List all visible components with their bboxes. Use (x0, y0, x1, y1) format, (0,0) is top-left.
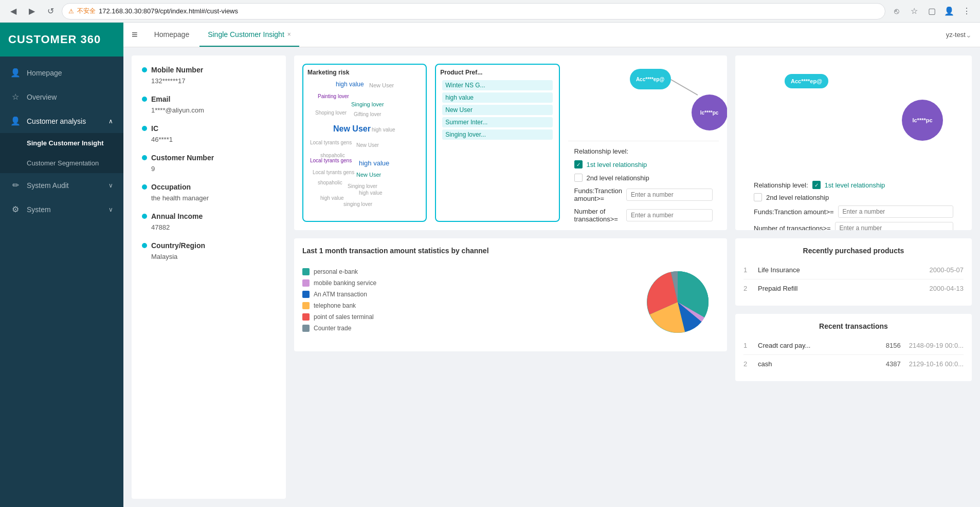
product-list: Winter NS G... high value New User Summe… (440, 78, 554, 142)
address-bar[interactable]: ⚠ 不安全 172.168.30.30:8079/cpt/index.html#… (62, 3, 885, 20)
country-value: Malaysia (142, 253, 276, 260)
product-item-4: Summer Inter... (442, 117, 552, 127)
sidebar-item-system-audit[interactable]: ✏ System Audit ∨ (0, 173, 123, 197)
email-value: 1****@aliyun.com (142, 106, 276, 114)
product-date-1: 2000-05-07 (930, 266, 964, 274)
transactions-input[interactable] (626, 209, 713, 221)
occupation-item: Occupation the health manager (142, 183, 276, 202)
annual-income-label: Annual Income (151, 212, 203, 220)
overview-icon: ☆ (10, 92, 21, 102)
legend-dot-5 (302, 313, 310, 321)
mobile-number-value: 132******17 (142, 77, 276, 85)
email-item: Email 1****@aliyun.com (142, 95, 276, 114)
relationship-section: Acc****ep@ lc****pc Relationship level: (568, 64, 719, 222)
wc-item: Local tyrants gens (310, 158, 352, 163)
sidebar-label-system: System (27, 205, 51, 214)
tab-close-icon[interactable]: × (287, 31, 291, 38)
graph-node-acc-top: Acc****ep@ (785, 74, 828, 88)
wc-item: shopaholic (318, 180, 342, 185)
product-date-2: 2000-04-13 (930, 285, 964, 292)
wc-item: Painting lover (318, 93, 349, 99)
second-level-checkbox[interactable] (574, 174, 583, 182)
profile-button[interactable]: 👤 (942, 4, 956, 18)
mobile-dot (142, 67, 147, 72)
sidebar-item-segmentation[interactable]: Customer Segmentation (0, 153, 123, 173)
legend-label-5: point of sales terminal (314, 313, 374, 321)
sidebar-item-overview[interactable]: ☆ Overview (0, 85, 123, 109)
transactions-row: Number of transactions>= (574, 208, 713, 223)
transactions-input-top[interactable] (835, 222, 953, 230)
rel-level-text: Relationship level: (574, 147, 629, 155)
product-item-2: high value (442, 92, 552, 103)
annual-income-dot (142, 214, 147, 219)
chart-legend: personal e-bank mobile banking service A… (302, 268, 628, 336)
occupation-label: Occupation (151, 183, 191, 191)
graph-line (670, 79, 698, 96)
annual-income-item: Annual Income 47882 (142, 212, 276, 231)
email-dot (142, 97, 147, 102)
chevron-right-icon-system: ∨ (108, 206, 113, 213)
checkbox-2nd[interactable] (754, 193, 762, 201)
wc-item: Singing lover (348, 183, 377, 189)
funds-input-top[interactable] (838, 205, 953, 218)
transaction-amount-2: 4387 (886, 360, 901, 368)
wc-item: singing lover (343, 201, 372, 207)
back-button[interactable]: ◀ (6, 4, 21, 18)
marketing-risk-section: Marketing risk high value New User Paint… (302, 64, 427, 222)
center-panels: Marketing risk high value New User Paint… (286, 55, 735, 499)
transaction-date-2: 2129-10-16 00:0... (909, 360, 964, 368)
pie-chart (637, 261, 719, 343)
legend-label-2: mobile banking service (314, 279, 376, 287)
relationship-graph: Acc****ep@ lc****pc (568, 64, 719, 141)
right-top-panel: Acc****ep@ lc****pc Relationship level: … (735, 55, 972, 230)
wc-item: New User (369, 82, 394, 88)
email-label: Email (151, 95, 170, 103)
customer-number-label: Customer Number (151, 154, 214, 162)
chevron-right-icon: ∨ (108, 182, 113, 189)
second-level-row-top: 2nd level relationship (754, 193, 953, 201)
transaction-num-1: 1 (743, 342, 754, 349)
sidebar-label-homepage: Homepage (27, 69, 62, 77)
funds-input[interactable] (626, 189, 713, 201)
rel-level-row-top: Relationship level: ✓ 1st level relation… (754, 181, 953, 189)
legend-label-6: Counter trade (314, 325, 351, 332)
tab-single-customer[interactable]: Single Customer Insight × (199, 23, 299, 47)
system-audit-icon: ✏ (10, 180, 21, 190)
refresh-button[interactable]: ↺ (43, 4, 58, 18)
hamburger-button[interactable]: ≡ (132, 29, 138, 41)
sidebar-submenu: Single Customer Insight Customer Segment… (0, 133, 123, 173)
legend-item-1: personal e-bank (302, 268, 628, 275)
checkbox-1st[interactable]: ✓ (812, 181, 821, 189)
customer-number-item: Customer Number 9 (142, 154, 276, 173)
tab-homepage[interactable]: Homepage (146, 23, 198, 47)
graph-node-lc-top: lc****pc (902, 100, 943, 141)
product-item-3: New User (442, 105, 552, 115)
product-name-1: Life Insurance (758, 266, 925, 274)
word-cloud-marketing: high value New User Painting lover Singi… (307, 78, 422, 217)
right-panel: Acc****ep@ lc****pc Relationship level: … (735, 55, 972, 499)
sidebar-item-single-customer[interactable]: Single Customer Insight (0, 133, 123, 153)
products-panel: Recently purchased products 1 Life Insur… (735, 238, 972, 306)
wc-item: high value (320, 195, 344, 201)
tab-dropdown-icon[interactable]: ⌄ (966, 31, 972, 39)
forward-button[interactable]: ▶ (25, 4, 39, 18)
bookmark-button[interactable]: ☆ (907, 4, 921, 18)
app-logo: CUSTOMER 360 (0, 23, 123, 57)
legend-label-4: telephone bank (314, 302, 356, 309)
first-level-checkbox[interactable]: ✓ (574, 160, 583, 168)
share-button[interactable]: ⎋ (890, 4, 904, 18)
transaction-amount-1: 8156 (886, 342, 901, 349)
menu-button[interactable]: ⋮ (959, 4, 974, 18)
funds-row: Funds:Tranction amount>= (574, 187, 713, 202)
products-title: Recently purchased products (743, 247, 964, 255)
window-button[interactable]: ▢ (924, 4, 939, 18)
sidebar-item-homepage[interactable]: 👤 Homepage (0, 61, 123, 85)
sidebar-item-customer-analysis[interactable]: 👤 Customer analysis ∧ (0, 109, 123, 133)
sidebar-item-system[interactable]: ⚙ System ∨ (0, 197, 123, 221)
wc-item: Local tyrants gens (313, 170, 354, 175)
rel-filter-top: Relationship level: ✓ 1st level relation… (754, 177, 953, 230)
legend-label-1: personal e-bank (314, 268, 358, 275)
transaction-num-2: 2 (743, 360, 754, 368)
product-name-2: Prepaid Refill (758, 285, 925, 292)
wc-item: high value (372, 127, 395, 133)
